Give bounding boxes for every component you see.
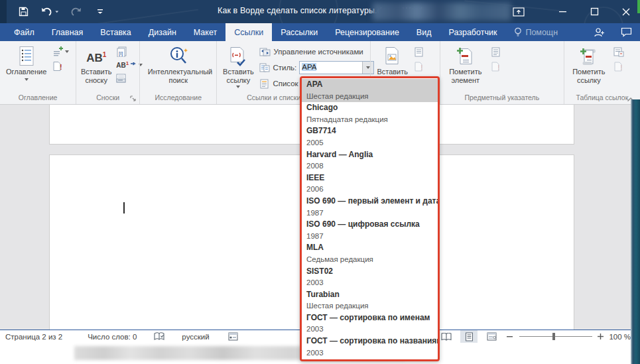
zoom-level[interactable]: 100 % [609, 333, 631, 341]
toc-button-label: Оглавление [6, 68, 46, 76]
insert-caption-button[interactable]: Вставить [373, 43, 411, 78]
mark-entry-button[interactable]: Пометить элемент [443, 43, 488, 87]
proofing-status-icon[interactable] [147, 332, 171, 341]
toc-icon [17, 45, 36, 68]
mark-entry-label: Пометить элемент [446, 68, 485, 85]
citation-style-value: APA [300, 62, 362, 74]
tab-layout[interactable]: Макет [185, 23, 225, 41]
update-table-of-authorities-button[interactable]: ! [613, 60, 624, 72]
tab-design[interactable]: Дизайн [140, 23, 185, 41]
style-option-gost-titles[interactable]: ГОСТ — сортировка по названиям 2003 [302, 335, 438, 359]
insert-table-of-authorities-button[interactable] [613, 46, 624, 58]
manage-sources-label: Управление источниками [273, 48, 363, 56]
smart-lookup-button[interactable]: Интеллектуальный поиск [145, 43, 212, 87]
read-mode-view-icon[interactable] [438, 330, 455, 343]
style-option-sist02[interactable]: SIST02 2003 [302, 266, 438, 289]
group-label-index: Предметный указатель [443, 93, 561, 104]
group-label-footnotes: Сноски [79, 93, 137, 104]
group-label-toc: Оглавление [3, 93, 73, 104]
blurred-username [373, 3, 511, 21]
title-bar: Как в Ворде сделать список литературы.do… [0, 0, 640, 23]
tab-tell-me[interactable]: Помощн [505, 23, 566, 41]
word-window: Как в Ворде сделать список литературы.do… [0, 0, 640, 364]
style-icon [259, 63, 270, 73]
tab-home[interactable]: Главная [43, 23, 92, 41]
zoom-slider-thumb[interactable] [552, 333, 555, 340]
ribbon-display-options-icon[interactable] [511, 5, 526, 19]
tab-insert[interactable]: Вставка [92, 23, 139, 41]
tab-file[interactable]: Файл [5, 23, 43, 41]
style-option-gb7714[interactable]: GB7714 2005 [302, 125, 438, 149]
group-table-of-authorities: Пометить ссылку ! Таблица ссылок [564, 41, 640, 104]
zoom-slider[interactable] [519, 330, 592, 343]
style-option-apa[interactable]: APA Шестая редакция [302, 79, 438, 102]
smart-lookup-icon [168, 45, 189, 68]
insert-table-of-figures-button[interactable] [414, 46, 424, 58]
manage-sources-button[interactable]: Управление источниками [259, 44, 374, 59]
chevron-down-icon [366, 66, 370, 69]
style-option-turabian[interactable]: Turabian Шестая редакция [302, 289, 438, 312]
desktop-sliver [637, 0, 640, 13]
window-controls [511, 0, 633, 23]
insert-footnote-button[interactable]: AB1 Вставить сноску [79, 43, 113, 87]
show-notes-button[interactable] [116, 72, 143, 84]
style-option-mla[interactable]: MLA Седьмая редакция [302, 242, 438, 265]
update-index-button[interactable]: ! [491, 60, 501, 72]
text-cursor [123, 202, 125, 213]
zoom-out-button[interactable] [505, 334, 514, 339]
lightbulb-icon [514, 27, 522, 37]
group-label-research: Исследование [143, 93, 214, 104]
bibliography-label: Список [273, 80, 298, 88]
group-footnotes: AB1 Вставить сноску [i] AB1 [76, 41, 139, 104]
page-indicator[interactable]: Страница 2 из 2 [0, 333, 69, 341]
group-research: Интеллектуальный поиск Исследование [139, 41, 216, 104]
tab-view[interactable]: Вид [408, 23, 440, 41]
word-count[interactable]: Число слов: 0 [81, 333, 143, 341]
next-footnote-button[interactable]: AB1 [116, 59, 143, 71]
style-option-harvard[interactable]: Harvard — Anglia 2008 [302, 149, 438, 172]
tab-review[interactable]: Рецензирование [326, 23, 408, 41]
maximize-icon[interactable] [587, 5, 602, 19]
svg-text:!: ! [420, 64, 422, 71]
mark-citation-label: Пометить ссылку [570, 68, 608, 85]
chevron-down-icon [65, 50, 69, 53]
style-option-iso690-numeric[interactable]: ISO 690 — цифровая ссылка 1987 [302, 219, 438, 242]
style-option-chicago[interactable]: Chicago Пятнадцатая редакция [302, 102, 438, 125]
style-option-iso690-first[interactable]: ISO 690 — первый элемент и дата 1987 [302, 196, 438, 219]
insert-endnote-button[interactable]: [i] [116, 46, 143, 58]
zoom-in-button[interactable] [598, 334, 604, 339]
group-table-of-contents: Оглавление ! Оглавление [0, 41, 76, 104]
smart-lookup-label: Интеллектуальный поиск [148, 68, 209, 85]
style-option-gost-names[interactable]: ГОСТ — сортировка по именам 2003 [302, 312, 438, 335]
citation-style-dropdown: APA Шестая редакция Chicago Пятнадцатая … [300, 76, 440, 361]
insert-caption-label: Вставить [377, 68, 408, 76]
footnote-ab-icon: AB1 [86, 49, 106, 64]
svg-text:!: ! [497, 64, 499, 71]
footnotes-dialog-launcher-icon[interactable] [129, 94, 138, 103]
toc-button[interactable]: Оглавление [3, 43, 50, 83]
update-table-button[interactable]: ! [52, 60, 69, 72]
chevron-down-icon [25, 78, 29, 81]
add-text-button[interactable] [52, 46, 69, 58]
comments-icon[interactable] [621, 27, 632, 37]
insert-caption-icon [383, 45, 402, 68]
insert-citation-button[interactable]: Вставить ссылку [220, 43, 257, 90]
citation-style-combobox[interactable]: APA [299, 61, 374, 74]
language-indicator[interactable]: русский [175, 333, 216, 341]
print-layout-view-icon[interactable] [460, 330, 478, 343]
svg-text:!: ! [620, 64, 622, 71]
tab-references[interactable]: Ссылки [225, 23, 272, 41]
insert-index-button[interactable] [491, 46, 501, 58]
update-table-of-figures-button[interactable]: ! [414, 60, 424, 72]
tab-mailings[interactable]: Рассылки [272, 23, 326, 41]
macro-record-icon[interactable] [222, 332, 245, 341]
share-person-icon[interactable] [594, 27, 605, 38]
minimize-icon[interactable] [555, 5, 570, 19]
style-row: Стиль: APA [259, 60, 374, 75]
close-icon[interactable] [619, 5, 633, 19]
tab-developer[interactable]: Разработчик [440, 23, 505, 41]
web-layout-view-icon[interactable] [483, 330, 500, 343]
style-option-ieee[interactable]: IEEE 2006 [302, 172, 438, 196]
mark-citation-button[interactable]: Пометить ссылку [567, 43, 611, 87]
chevron-down-icon [236, 86, 240, 88]
